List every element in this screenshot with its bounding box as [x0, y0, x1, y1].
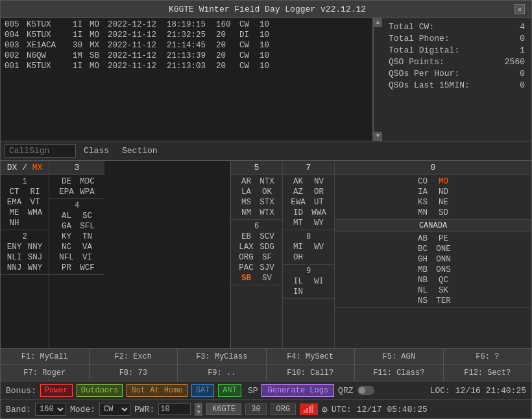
red-indicator [300, 403, 318, 415]
svg-rect-3 [311, 405, 313, 413]
col3: 3 DE MDC EPA WPA [49, 161, 104, 348]
dx-group-2: 2 ENY NNY NLI SNJ NNJ [1, 230, 49, 275]
dx-group-1: 1 CT RI EMA VT ME [1, 175, 49, 230]
f8-button[interactable]: F8: 73 [90, 365, 178, 381]
fkey-row1: F1: MyCall F2: Exch F3: MyClass F4: MySe… [1, 348, 531, 365]
canada-header: CANADA [335, 220, 531, 232]
status-row: Band: 160 80 40 20 15 10 Mode: CW SSB DI… [1, 400, 531, 418]
bonus-label: Bonus: [6, 386, 36, 396]
main-content: 005K5TUX1IMO2022-12-1218:19:15160CW10004… [1, 18, 531, 418]
qrz-label: QRZ [338, 386, 353, 396]
table-row[interactable]: 002N6QW1MSB2022-11-1221:13:3920CW10 [3, 51, 370, 61]
middle-section: DX / MX 1 CT RI EMA VT [1, 161, 531, 348]
pwr-arrows: ▲ ▼ [195, 403, 202, 415]
bonus-not-at-home-btn[interactable]: Not At Home [127, 384, 187, 397]
band-label: Band: [6, 405, 31, 414]
number-display: 30 [245, 403, 266, 415]
f2-button[interactable]: F2: Exch [90, 349, 178, 365]
table-row[interactable]: 004K5TUX1IMO2022-11-1221:32:2520DI10 [3, 30, 370, 40]
log-table: 005K5TUX1IMO2022-12-1218:19:15160CW10004… [1, 18, 373, 141]
qso-points-val: 2560 [505, 57, 525, 67]
total-digital-val: 1 [520, 45, 525, 55]
qso-points-row: QSO Points: 2560 [389, 57, 525, 67]
entry-row: Class Section [1, 141, 531, 161]
close-button[interactable]: ✕ [514, 4, 525, 14]
f3-button[interactable]: F3: MyClass [178, 349, 267, 365]
table-row[interactable]: 003XE1ACA30MX2022-11-1221:14:4520CW10 [3, 40, 370, 51]
signal-icon [303, 405, 315, 414]
main-window: K6GTE Winter Field Day Logger v22.12.12 … [0, 0, 532, 419]
table-row[interactable]: 001K5TUX1IMO2022-11-1221:13:0320CW10 [3, 61, 370, 71]
map-area: DX / MX 1 CT RI EMA VT [1, 161, 231, 348]
col7-header: 7 [283, 161, 334, 175]
bonus-row: Bonus: Power Outdoors Not At Home SAT AN… [1, 381, 531, 400]
f11-button[interactable]: F11: Class? [355, 365, 444, 381]
col0: 0 CO MO IA ND KS NE [335, 161, 531, 348]
bonus-ant-btn[interactable]: ANT [218, 384, 241, 397]
log-scrollbar[interactable]: ▲ ▼ [373, 18, 382, 141]
col0-header: 0 [335, 161, 531, 175]
f10-button[interactable]: F10: Call? [267, 365, 356, 381]
f1-button[interactable]: F1: MyCall [1, 349, 90, 365]
title-bar: K6GTE Winter Field Day Logger v22.12.12 … [1, 1, 531, 18]
total-cw-val: 4 [520, 22, 525, 32]
qso-points-label: QSO Points: [389, 57, 444, 67]
svg-rect-1 [306, 408, 308, 413]
total-phone-label: Total Phone: [389, 34, 450, 43]
total-cw-row: Total CW: 4 [389, 22, 525, 32]
gear-icon[interactable]: ⚙ [322, 404, 327, 415]
pwr-input[interactable] [158, 403, 191, 415]
pwr-label: PWR: [134, 405, 154, 414]
bonus-sat-btn[interactable]: SAT [191, 384, 215, 397]
f9-button[interactable]: F9: .. [178, 365, 267, 381]
f6-button[interactable]: F6: ? [444, 349, 532, 365]
col5: 5 AR NTX LA OK MS STX [231, 161, 283, 348]
qsos-per-hour-label: QSOs Per Hour: [389, 69, 459, 78]
mode-select[interactable]: CW SSB DI [99, 403, 130, 416]
callsign-display: K6GTE [206, 403, 241, 415]
callsign-input[interactable] [5, 144, 76, 158]
dx-mx-header: DX / MX [1, 161, 49, 175]
svg-rect-0 [304, 410, 306, 413]
f12-button[interactable]: F12: Sect? [444, 365, 532, 381]
stats-panel: Total CW: 4 Total Phone: 0 Total Digital… [382, 18, 531, 141]
col7: 7 AK NV AZ OR EWA UT [283, 161, 335, 348]
svg-rect-2 [309, 406, 311, 413]
total-cw-label: Total CW: [389, 22, 434, 32]
qsos-last-label: QSOs Last 15MIN: [389, 80, 470, 90]
f4-button[interactable]: F4: MySect [267, 349, 356, 365]
sp-label: SP [248, 386, 258, 396]
qrz-toggle[interactable] [357, 386, 374, 395]
pwr-down[interactable]: ▼ [195, 409, 202, 416]
bonus-power-btn[interactable]: Power [40, 384, 73, 397]
col3-header: 3 [49, 161, 104, 175]
f5-button[interactable]: F5: AGN [355, 349, 444, 365]
scroll-track [374, 27, 383, 132]
total-phone-val: 0 [520, 34, 525, 43]
band-select[interactable]: 160 80 40 20 15 10 [35, 403, 66, 416]
loc-info: LOC: 12/16 21:40:25 [430, 386, 526, 396]
dx-mx-col: DX / MX 1 CT RI EMA VT [1, 161, 49, 348]
generate-logs-btn[interactable]: Generate Logs [261, 384, 334, 397]
utc-display: UTC: 12/17 05:40:25 [332, 405, 428, 414]
scroll-down[interactable]: ▼ [374, 132, 383, 141]
window-title: K6GTE Winter Field Day Logger v22.12.12 [20, 5, 514, 14]
bonus-outdoors-btn[interactable]: Outdoors [77, 384, 123, 397]
qsos-per-hour-row: QSOs Per Hour: 0 [389, 69, 525, 78]
total-phone-row: Total Phone: 0 [389, 34, 525, 43]
total-digital-label: Total Digital: [389, 45, 459, 55]
f7-button[interactable]: F7: Roger [1, 365, 90, 381]
scroll-up[interactable]: ▲ [374, 18, 383, 27]
class-label: Class [79, 145, 114, 157]
table-row[interactable]: 005K5TUX1IMO2022-12-1218:19:15160CW10 [3, 19, 370, 30]
sections-grid: 5 AR NTX LA OK MS STX [231, 161, 531, 348]
org-display: ORG [271, 403, 296, 415]
total-digital-row: Total Digital: 1 [389, 45, 525, 55]
qsos-per-hour-val: 0 [520, 69, 525, 78]
qsos-last-row: QSOs Last 15MIN: 0 [389, 80, 525, 90]
mode-label: Mode: [70, 405, 95, 414]
qsos-last-val: 0 [520, 80, 525, 90]
col5-header: 5 [231, 161, 282, 175]
fkey-row2: F7: Roger F8: 73 F9: .. F10: Call? F11: … [1, 365, 531, 381]
pwr-up[interactable]: ▲ [195, 403, 202, 409]
